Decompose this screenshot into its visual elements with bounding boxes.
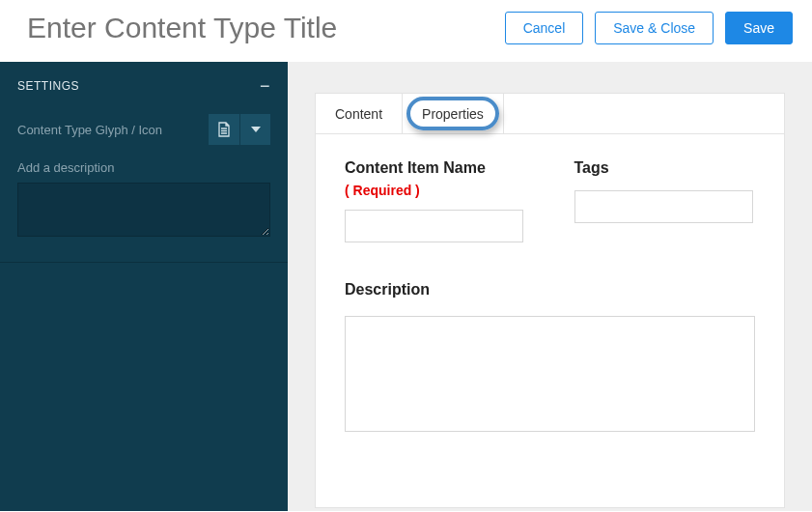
description-label: Description xyxy=(345,281,755,299)
content-item-name-field: Content Item Name ( Required ) xyxy=(345,159,526,242)
content-panel: Content Properties Content Item Name ( R… xyxy=(315,93,785,508)
document-icon xyxy=(217,122,231,137)
body-container: SETTINGS − Content Type Glyph / Icon xyxy=(0,62,812,511)
glyph-label: Content Type Glyph / Icon xyxy=(17,123,162,137)
tags-field: Tags xyxy=(574,159,756,242)
form-row-1: Content Item Name ( Required ) Tags xyxy=(345,159,755,242)
tab-content-label: Content xyxy=(335,106,382,122)
glyph-row: Content Type Glyph / Icon xyxy=(17,114,270,145)
sidebar-description-textarea[interactable] xyxy=(17,183,270,237)
glyph-icon-button[interactable] xyxy=(209,114,239,145)
save-close-button[interactable]: Save & Close xyxy=(595,12,714,44)
main-area: Content Properties Content Item Name ( R… xyxy=(288,62,812,511)
chevron-down-icon xyxy=(251,127,261,132)
settings-sidebar: SETTINGS − Content Type Glyph / Icon xyxy=(0,62,288,511)
glyph-dropdown-button[interactable] xyxy=(239,114,270,145)
tab-properties[interactable]: Properties xyxy=(403,94,504,133)
tags-label: Tags xyxy=(574,159,756,177)
required-label: ( Required ) xyxy=(345,183,526,198)
cancel-button[interactable]: Cancel xyxy=(505,12,584,44)
collapse-icon[interactable]: − xyxy=(260,81,270,91)
sidebar-header: SETTINGS − xyxy=(0,62,288,104)
sidebar-description-label: Add a description xyxy=(17,160,270,175)
sidebar-section: Content Type Glyph / Icon Add a descript… xyxy=(0,104,288,263)
description-field: Description xyxy=(345,281,755,436)
header-bar: Cancel Save & Close Save xyxy=(0,0,812,62)
tab-properties-label: Properties xyxy=(422,106,484,122)
save-button[interactable]: Save xyxy=(725,12,793,44)
content-type-title-input[interactable] xyxy=(27,12,462,44)
glyph-picker xyxy=(209,114,270,145)
description-textarea[interactable] xyxy=(345,316,755,432)
content-item-name-label: Content Item Name xyxy=(345,159,526,177)
header-buttons: Cancel Save & Close Save xyxy=(505,12,793,44)
settings-label: SETTINGS xyxy=(17,79,79,93)
tab-content[interactable]: Content xyxy=(316,94,403,133)
tabs: Content Properties xyxy=(316,94,784,134)
panel-body: Content Item Name ( Required ) Tags Desc… xyxy=(316,134,784,461)
content-item-name-input[interactable] xyxy=(345,210,523,242)
tags-input[interactable] xyxy=(574,190,753,223)
